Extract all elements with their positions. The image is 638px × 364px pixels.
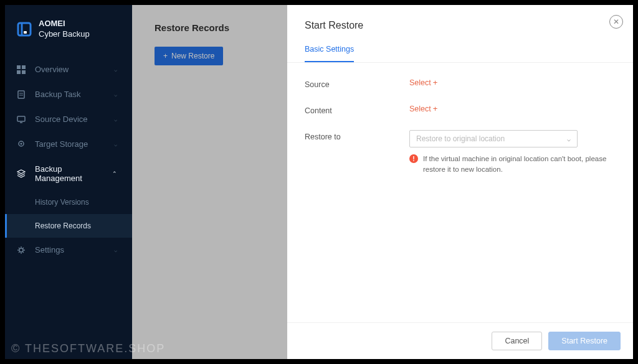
monitor-icon (16, 114, 26, 124)
modal-body: Source Select Content Select Restore to … (287, 63, 633, 322)
sidebar-item-label: Settings (35, 245, 105, 254)
app-window: AOMEI Cyber Backup Overview ⌵ Backup Tas… (5, 5, 633, 359)
start-restore-button[interactable]: Start Restore (548, 332, 621, 350)
svg-point-12 (19, 248, 23, 252)
modal-footer: Cancel Start Restore (287, 322, 633, 359)
sidebar-subitem-label: Restore Records (35, 222, 91, 230)
app-name-line2: Cyber Backup (39, 29, 90, 40)
chevron-down-icon: ⌵ (114, 247, 117, 253)
layers-icon (16, 169, 26, 179)
logo-area: AOMEI Cyber Backup (5, 5, 132, 57)
dropdown-placeholder: Restore to original location (416, 134, 505, 143)
modal-title: Start Restore (305, 20, 616, 31)
svg-rect-8 (17, 116, 25, 121)
svg-rect-2 (22, 65, 26, 69)
sidebar-item-label: Source Device (35, 114, 105, 124)
svg-rect-1 (17, 65, 21, 69)
info-text: If the virtual machine in original locat… (423, 154, 616, 175)
svg-rect-5 (18, 91, 24, 98)
chevron-down-icon: ⌵ (114, 116, 117, 123)
sidebar: AOMEI Cyber Backup Overview ⌵ Backup Tas… (5, 5, 132, 359)
close-icon: ✕ (613, 17, 619, 26)
sidebar-item-backup-management[interactable]: Backup Management ⌃ (5, 157, 132, 190)
sidebar-item-target-storage[interactable]: Target Storage ⌵ (5, 132, 132, 157)
svg-rect-3 (17, 70, 21, 74)
source-label: Source (305, 78, 409, 89)
gear-icon (16, 245, 26, 255)
sidebar-item-backup-task[interactable]: Backup Task ⌵ (5, 82, 132, 107)
sidebar-subitem-label: History Versions (35, 198, 89, 207)
dashboard-icon (16, 65, 26, 75)
sidebar-item-settings[interactable]: Settings ⌵ (5, 238, 132, 263)
app-name-line1: AOMEI (39, 19, 90, 29)
form-row-restore-to: Restore to Restore to original location … (305, 130, 616, 175)
location-icon (16, 139, 26, 149)
sidebar-item-label: Overview (35, 65, 105, 74)
chevron-down-icon: ⌵ (114, 141, 117, 147)
alert-icon: ! (409, 154, 418, 163)
select-source-link[interactable]: Select (409, 78, 616, 87)
chevron-down-icon: ⌵ (567, 136, 571, 142)
tab-basic-settings[interactable]: Basic Settings (305, 45, 354, 62)
sidebar-item-overview[interactable]: Overview ⌵ (5, 57, 132, 82)
svg-point-11 (21, 142, 22, 144)
content-label: Content (305, 104, 409, 115)
modal-tabs: Basic Settings (287, 45, 633, 63)
watermark: © THESOFTWARE.SHOP (11, 342, 165, 355)
restore-to-dropdown[interactable]: Restore to original location ⌵ (409, 130, 578, 147)
form-row-content: Content Select (305, 104, 616, 115)
sidebar-item-label: Backup Task (35, 90, 105, 99)
chevron-down-icon: ⌵ (114, 91, 117, 98)
modal-header: Start Restore ✕ (287, 5, 633, 45)
cancel-button[interactable]: Cancel (492, 332, 542, 350)
app-logo-icon (16, 21, 32, 37)
sidebar-item-source-device[interactable]: Source Device ⌵ (5, 107, 132, 132)
sidebar-item-label: Backup Management (35, 164, 103, 183)
info-row: ! If the virtual machine in original loc… (409, 154, 616, 175)
sidebar-subitem-restore-records[interactable]: Restore Records (5, 214, 132, 238)
restoreto-label: Restore to (305, 130, 409, 141)
select-content-link[interactable]: Select (409, 104, 616, 113)
close-button[interactable]: ✕ (609, 15, 623, 29)
chevron-up-icon: ⌃ (112, 170, 117, 177)
task-icon (16, 90, 26, 100)
svg-rect-4 (22, 70, 26, 74)
restore-modal: Start Restore ✕ Basic Settings Source Se… (287, 5, 633, 359)
sidebar-subitem-history-versions[interactable]: History Versions (5, 190, 132, 214)
sidebar-item-label: Target Storage (35, 139, 105, 149)
form-row-source: Source Select (305, 78, 616, 89)
nav: Overview ⌵ Backup Task ⌵ Source Device ⌵… (5, 57, 132, 359)
chevron-down-icon: ⌵ (114, 67, 117, 73)
svg-rect-0 (24, 31, 27, 34)
